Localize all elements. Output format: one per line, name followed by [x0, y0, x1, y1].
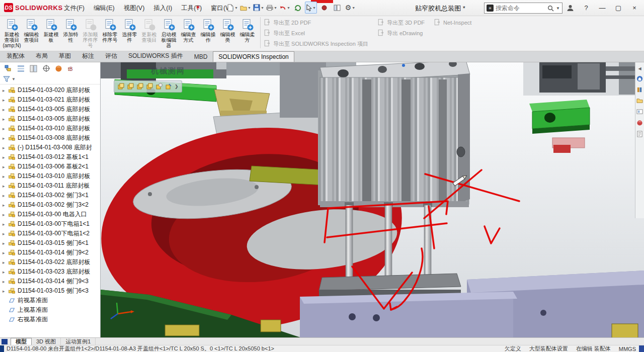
tree-item[interactable]: ▸D1154-01-03-00 电器入口: [0, 210, 100, 219]
expand-arrow-icon[interactable]: ▸: [3, 145, 8, 150]
export-button[interactable]: Net-Inspect: [434, 18, 471, 27]
tree-item[interactable]: ▸D1154-01-03-010 底部封板: [0, 124, 100, 133]
export-button[interactable]: 导出至 3D PDF: [377, 18, 425, 27]
command-tab[interactable]: SOLIDWORKS Inspection: [213, 51, 294, 62]
appearances-icon[interactable]: [636, 120, 643, 126]
ribbon-button[interactable]: 编辑检查项目: [22, 16, 41, 49]
ribbon-button[interactable]: 选择零件: [120, 16, 139, 49]
command-search[interactable]: ≡ ▼: [484, 3, 562, 14]
menu-item[interactable]: 工具(T): [177, 2, 206, 15]
context-toolbar[interactable]: ❯: [114, 80, 182, 93]
expand-arrow-icon[interactable]: ▸: [3, 270, 8, 275]
expand-arrow-icon[interactable]: ▸: [3, 174, 8, 179]
tree-item[interactable]: ▸D1154-01-03-002 侧门3<2: [0, 200, 100, 210]
menu-item[interactable]: 插入(I): [149, 2, 177, 15]
tree-item[interactable]: ▸D1154-01-03-020 底部封板: [0, 85, 100, 95]
tree-item[interactable]: ▸D1154-01-03-00下电箱1<2: [0, 229, 100, 238]
ribbon-button[interactable]: 添加特性: [61, 16, 80, 49]
expand-arrow-icon[interactable]: ▸: [3, 260, 8, 265]
tree-item[interactable]: ▸D1154-01-03-002 侧门3<1: [0, 191, 100, 200]
file-explorer-icon[interactable]: [636, 98, 643, 104]
expand-arrow-icon[interactable]: ▸: [3, 279, 8, 284]
tree-item[interactable]: ▸D1154-01-03-012 基板1<1: [0, 152, 100, 162]
menu-item[interactable]: 文件(F): [59, 2, 89, 15]
search-scope-icon[interactable]: ≡: [487, 5, 494, 12]
context-toolbar-more-icon[interactable]: ❯: [174, 84, 180, 89]
menu-item[interactable]: 视图(V): [119, 2, 149, 15]
close-button[interactable]: ×: [628, 2, 641, 14]
expand-arrow-icon[interactable]: ▸: [3, 107, 8, 112]
tree-item[interactable]: ▸D1154-01-03-021 底部封板: [0, 95, 100, 105]
user-account-icon[interactable]: [564, 2, 577, 14]
command-tab[interactable]: 草图: [53, 50, 76, 62]
tree-item[interactable]: ▸D1154-01-03-015 侧门6<3: [0, 286, 100, 296]
collapse-icon[interactable]: ◀: [638, 66, 641, 71]
command-tab[interactable]: 标注: [76, 50, 100, 62]
select-cursor-icon[interactable]: ▼: [305, 2, 317, 14]
export-button[interactable]: 导出至 Excel: [264, 29, 368, 38]
maximize-button[interactable]: ▢: [612, 2, 625, 14]
expand-arrow-icon[interactable]: ▸: [3, 193, 8, 198]
tree-item[interactable]: 前视基准面: [0, 296, 100, 305]
expand-arrow-icon[interactable]: ▸: [3, 212, 8, 217]
save-icon[interactable]: ▼: [253, 2, 265, 14]
featuremanager-tree-icon[interactable]: [4, 64, 13, 73]
ribbon-button[interactable]: 更新检查项目: [139, 16, 159, 49]
expand-arrow-icon[interactable]: ▸: [3, 155, 8, 160]
filter-dropdown-icon[interactable]: ▼: [12, 77, 16, 81]
display-pane-icon[interactable]: [331, 2, 343, 14]
export-button[interactable]: 导出至 2D PDF: [264, 18, 368, 27]
new-document-icon[interactable]: ▼: [226, 2, 238, 14]
ribbon-button[interactable]: 添加顺序件序号: [80, 16, 100, 49]
expand-arrow-icon[interactable]: ▸: [3, 289, 8, 294]
resize-grip[interactable]: [639, 345, 644, 352]
expand-arrow-icon[interactable]: ▸: [3, 117, 8, 122]
tree-item[interactable]: ▸D1154-01-03-023 底部封板: [0, 267, 100, 277]
context-toolbar-icon[interactable]: [126, 82, 134, 91]
search-input[interactable]: [496, 5, 545, 12]
context-toolbar-icon[interactable]: [154, 82, 163, 91]
expand-arrow-icon[interactable]: ▸: [3, 222, 8, 227]
command-tab[interactable]: 评估: [100, 50, 123, 62]
search-icon[interactable]: [547, 5, 554, 12]
favorites-star-icon[interactable]: ✶: [195, 4, 201, 11]
options-gear-icon[interactable]: ⚙▼: [344, 2, 356, 14]
tree-item[interactable]: ▸D1154-01-03-005 底部封板: [0, 114, 100, 124]
command-tab[interactable]: MBD: [189, 51, 213, 62]
tree-item[interactable]: ▸D1154-01-03-005 底部封板: [0, 105, 100, 114]
home-icon[interactable]: ⌂: [213, 2, 225, 14]
filter-funnel-icon[interactable]: [3, 76, 10, 82]
dimxpert-icon[interactable]: [42, 64, 50, 73]
open-icon[interactable]: ▼: [239, 2, 252, 14]
help-icon[interactable]: ?: [580, 2, 593, 14]
expand-arrow-icon[interactable]: ▸: [3, 241, 8, 246]
expand-arrow-icon[interactable]: ▸: [3, 136, 8, 141]
expand-arrow-icon[interactable]: ▸: [3, 203, 8, 208]
bottom-tab[interactable]: 模型: [11, 338, 32, 345]
magnet-mate-icon[interactable]: [318, 2, 330, 14]
export-button[interactable]: 导出至 SOLIDWORKS Inspection 项目: [264, 39, 368, 48]
ribbon-button[interactable]: 编辑查方式: [179, 16, 198, 49]
tree-item[interactable]: ▸D1154-01-03-010 底部封板: [0, 171, 100, 181]
ribbon-button[interactable]: 移除零件序号: [100, 16, 120, 49]
displaymanager-icon[interactable]: [54, 64, 63, 73]
inspection-manager-icon[interactable]: tB: [67, 64, 75, 73]
undo-icon[interactable]: ▼: [279, 2, 291, 14]
print-icon[interactable]: ▼: [266, 2, 278, 14]
ribbon-button[interactable]: 启动模板编辑器: [159, 16, 179, 49]
tree-item[interactable]: ▸D1154-01-03-022 底部封板: [0, 257, 100, 267]
expand-arrow-icon[interactable]: ▸: [3, 250, 8, 255]
menu-item[interactable]: 编辑(E): [89, 2, 119, 15]
tree-item[interactable]: ▸D1154-01-03-008 底部封板: [0, 133, 100, 143]
command-tab[interactable]: 装配体: [1, 50, 30, 62]
ribbon-button[interactable]: 编辑模类: [218, 16, 237, 49]
custom-properties-icon[interactable]: [636, 131, 643, 137]
tree-item[interactable]: 上视基准面: [0, 305, 100, 315]
bottom-tab[interactable]: 运动算例1: [61, 338, 96, 345]
tree-item[interactable]: ▸D1154-01-03-011 底部封板: [0, 181, 100, 191]
tree-item[interactable]: ▸D1154-01-03-00下电箱1<1: [0, 219, 100, 229]
expand-arrow-icon[interactable]: ▸: [3, 231, 8, 236]
bottom-tab[interactable]: 3D 视图: [32, 338, 61, 345]
tree-item[interactable]: ▸D1154-01-03-014 侧门9<3: [0, 277, 100, 286]
context-toolbar-icon[interactable]: [116, 82, 125, 91]
